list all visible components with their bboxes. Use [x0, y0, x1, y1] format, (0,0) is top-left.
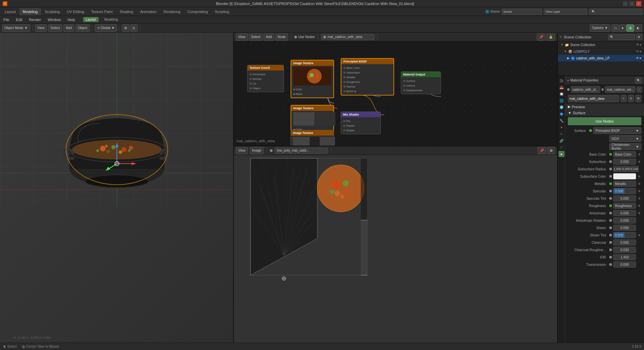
uv-view-menu[interactable]: View — [236, 147, 248, 154]
uv-pin[interactable]: 📌 — [537, 147, 546, 154]
node-pin[interactable]: 📌 — [537, 33, 545, 41]
props-search[interactable]: 🔍 — [635, 77, 642, 83]
metallic-link[interactable]: ⊕ — [637, 182, 641, 186]
aniso-rot-value[interactable]: 0.000 — [613, 217, 636, 223]
viewport-shading-material[interactable]: ◑ — [626, 24, 634, 32]
layout-menu[interactable]: Layout — [83, 17, 99, 22]
material-slot-display[interactable]: mat_caldron_with_stew — [321, 34, 374, 40]
sheen-tint-value[interactable]: 0.500 — [613, 232, 636, 238]
sheen-value[interactable]: 0.000 — [613, 225, 636, 231]
props-modifier-tab[interactable]: 🔧 — [558, 118, 565, 124]
mat-settings-btn[interactable]: ⚙ — [635, 95, 641, 102]
surface-type-dropdown[interactable]: Principled BSDF ▼ — [593, 127, 641, 134]
specular-link[interactable]: ⊕ — [637, 189, 641, 193]
specular-value[interactable]: 0.500 — [613, 188, 636, 194]
excl3-icon[interactable]: ● — [640, 56, 641, 60]
subsurface-link[interactable]: ⊕ — [637, 160, 641, 164]
base-color-value[interactable]: Base Color — [613, 151, 636, 157]
object-menu[interactable]: Object — [75, 24, 90, 32]
roughness-link[interactable]: ⊕ — [637, 204, 641, 208]
scene-selector[interactable]: Scene — [502, 9, 542, 15]
props-output-tab[interactable]: 📤 — [558, 84, 565, 90]
node-mix-shader[interactable]: Mix Shader ⊙ Fac ⊙ Shader ⊙ Shader — [341, 112, 381, 134]
anisotropic-value[interactable]: 0.000 — [613, 210, 636, 216]
tab-texture-paint[interactable]: Texture Paint — [88, 8, 116, 15]
sub-r1[interactable]: 1.000 — [613, 166, 622, 172]
node-principled-bsdf[interactable]: Principled BSDF ⊙ Base Color ⊙ Subsurfac… — [341, 58, 394, 96]
uv-image-menu[interactable]: Image — [250, 147, 264, 154]
subsurface-value[interactable]: 0.000 — [613, 159, 636, 165]
visibility-icon[interactable]: 👁 — [636, 43, 639, 46]
sub-color-link[interactable]: ⊕ — [637, 174, 641, 178]
cc-roughness-value[interactable]: 0.030 — [613, 247, 636, 253]
spec-tint-link[interactable]: ⊕ — [637, 196, 641, 200]
uv-display-toggle[interactable]: 🖥 — [547, 147, 555, 154]
sheen-tint-link[interactable]: ⊕ — [637, 233, 641, 237]
viewport-shading-render[interactable]: ◐ — [634, 24, 642, 32]
aniso-link[interactable]: ⊕ — [637, 211, 641, 215]
outliner-filter[interactable]: ▼ — [636, 34, 642, 40]
3d-viewport[interactable] — [0, 33, 233, 343]
subsurface-color-swatch[interactable] — [613, 173, 636, 179]
metallic-value[interactable]: Metallic — [613, 181, 636, 187]
node-view-menu[interactable]: View — [236, 33, 248, 41]
maximize-button[interactable]: □ — [629, 1, 635, 6]
select-menu[interactable]: Select — [48, 24, 62, 32]
cb-dropdown[interactable]: Christensen-Burley ▼ — [609, 143, 641, 150]
node-node-menu[interactable]: Node — [275, 33, 288, 41]
node-select-menu[interactable]: Select — [249, 33, 263, 41]
tab-compositing[interactable]: Compositing — [184, 8, 211, 15]
sub-r2[interactable]: 0.200 — [622, 166, 630, 172]
proportional-edit[interactable]: ◎ — [130, 24, 138, 32]
transform-orientation[interactable]: ⟲ Global▼ — [95, 24, 117, 32]
node-lock[interactable]: 🔒 — [546, 33, 555, 41]
ior-value[interactable]: 1.450 — [613, 254, 636, 260]
mode-selector[interactable]: Object Mode ▼ — [2, 24, 30, 32]
props-object-tab[interactable]: 🔷 — [558, 111, 565, 117]
search-bar[interactable]: 🔍 — [589, 9, 643, 15]
tab-scripting[interactable]: Scripting — [211, 8, 232, 15]
sub-r3[interactable]: 0.100 — [630, 166, 639, 172]
material-data-name[interactable]: mat_caldron_wit... — [605, 86, 635, 93]
props-particles-tab[interactable]: ✦ — [558, 124, 565, 130]
node-image-texture-3[interactable]: Image Texture ● Color — [291, 130, 334, 146]
material-name-input[interactable] — [568, 95, 619, 102]
props-physics-tab[interactable]: ⚛ — [558, 131, 565, 137]
minimize-button[interactable]: ─ — [623, 1, 628, 6]
specular-tint-value[interactable]: 0.000 — [613, 195, 636, 201]
props-view-layer-tab[interactable]: 🔲 — [558, 91, 565, 97]
viewport-shading-solid[interactable]: ● — [619, 24, 626, 32]
transmission-value[interactable]: 0.000 — [613, 261, 636, 268]
node-canvas[interactable]: Texture Coord ⊙ Generated ⊙ Normal ⊙ UV … — [234, 41, 557, 146]
tab-rendering[interactable]: Rendering — [160, 8, 184, 15]
props-data-tab[interactable]: ▽ — [558, 144, 565, 150]
tab-uv-editing[interactable]: UV Editing — [63, 8, 88, 15]
menu-edit[interactable]: Edit — [15, 17, 24, 22]
node-image-texture-1[interactable]: Image Texture — [291, 60, 334, 98]
roughness-value[interactable]: Roughness — [613, 203, 636, 209]
use-nodes-button[interactable]: Use Nodes — [568, 117, 641, 125]
snap-toggle[interactable]: ⊞ — [122, 24, 129, 32]
viewport-shading-wireframe[interactable]: ◻ — [612, 24, 619, 32]
mat-delete-btn[interactable]: ✕ — [628, 95, 634, 102]
menu-render[interactable]: Render — [28, 17, 42, 22]
tab-modeling[interactable]: Modeling — [19, 8, 41, 15]
menu-window[interactable]: Window — [46, 17, 62, 22]
tab-shading[interactable]: Shading — [116, 8, 136, 15]
props-scene-tab[interactable]: 🌐 — [558, 98, 565, 104]
menu-file[interactable]: File — [2, 17, 11, 22]
node-material-output[interactable]: Material Output ⊙ Surface ⊙ Volume ⊙ Dis… — [401, 71, 441, 94]
tab-animation[interactable]: Animation — [137, 8, 160, 15]
outliner-search[interactable]: 🔍 — [608, 34, 635, 40]
vis2-icon[interactable]: 👁 — [636, 50, 639, 53]
props-constraints-tab[interactable]: 🔗 — [558, 138, 565, 144]
uv-material-slot[interactable]: low_poly_mat_caldr... — [275, 148, 328, 154]
outliner-scene-collection[interactable]: ▼ 📁 Scene Collection 👁 ● — [558, 41, 644, 48]
mat-add-btn[interactable]: + — [621, 95, 627, 102]
modeling-mode-active[interactable]: Modeling — [103, 17, 120, 22]
outliner-object-selected[interactable]: ▶ 🔷 caldron_with_stew_LP 👁 ● — [558, 55, 644, 61]
view-menu[interactable]: View — [35, 24, 47, 32]
ggx-dropdown[interactable]: GGX ▼ — [609, 135, 641, 142]
menu-help[interactable]: Help — [66, 17, 76, 22]
props-render-tab[interactable]: 🎥 — [558, 77, 565, 83]
